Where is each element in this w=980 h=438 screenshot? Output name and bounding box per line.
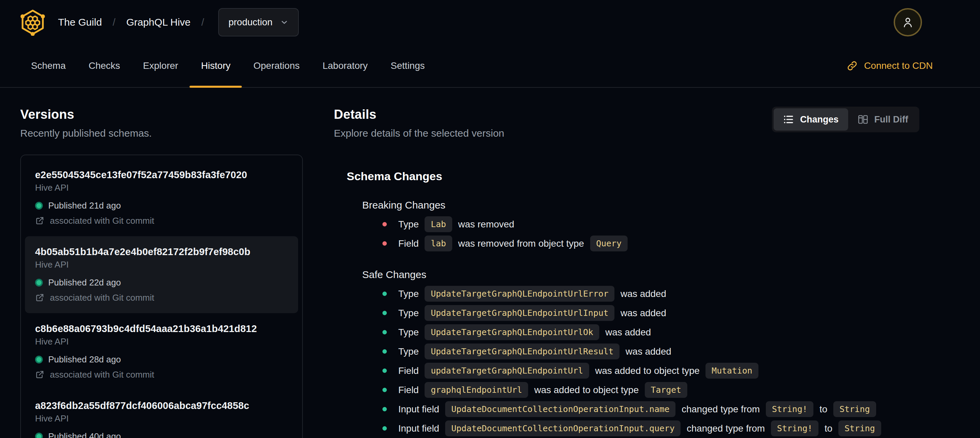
published-status-dot — [35, 356, 43, 363]
full-diff-view-button[interactable]: Full Diff — [848, 108, 918, 131]
app-header: The Guild / GraphQL Hive / production Sc… — [0, 0, 980, 88]
change-text: was added — [603, 327, 651, 338]
hive-logo-icon — [20, 9, 45, 36]
change-description: Type Lab was removed — [398, 216, 514, 232]
breadcrumb-separator: / — [113, 16, 115, 28]
active-tab-indicator — [189, 86, 242, 88]
target-selector-value: production — [228, 17, 272, 28]
published-label: Published 40d ago — [48, 431, 121, 438]
connect-to-cdn-link[interactable]: Connect to CDN — [846, 45, 933, 87]
external-link-icon — [35, 293, 45, 303]
version-commit-hash: e2e55045345ce13fe07f52a77459b83fa3fe7020 — [35, 169, 288, 181]
change-bullet-dot — [382, 241, 387, 246]
change-bullet-dot — [382, 388, 387, 392]
schema-change-item: Input field UpdateDocumentCollectionOper… — [382, 400, 960, 419]
nav-tab[interactable]: Checks — [77, 45, 132, 87]
version-list-item[interactable]: e2e55045345ce13fe07f52a77459b83fa3fe7020… — [25, 159, 298, 236]
change-description: Input field UpdateDocumentCollectionOper… — [398, 401, 880, 417]
changes-view-button[interactable]: Changes — [773, 108, 848, 131]
version-list-item[interactable]: 4b05ab51b1b4a7e2e4b0ef82172f2b9f7ef98c0b… — [25, 236, 298, 313]
change-text: Field — [398, 365, 421, 376]
versions-title: Versions — [20, 107, 303, 122]
schema-change-item: Type UpdateTargetGraphQLEndpointUrlResul… — [382, 342, 960, 361]
change-text: Field — [398, 385, 421, 395]
git-commit-link[interactable]: associated with Git commit — [35, 215, 288, 226]
change-description: Type UpdateTargetGraphQLEndpointUrlInput… — [398, 305, 667, 321]
nav-tab[interactable]: Operations — [242, 45, 311, 87]
top-bar: The Guild / GraphQL Hive / production — [0, 0, 980, 45]
change-text: changed type from — [679, 404, 762, 415]
schema-coordinate-badge: String — [833, 401, 876, 417]
version-list-item[interactable]: a823f6db2a55df877dcf406006abca97fcc4858c… — [25, 390, 298, 438]
breadcrumb-org[interactable]: The Guild — [58, 16, 102, 28]
change-text: was added — [623, 346, 671, 357]
change-text: Type — [398, 308, 421, 319]
nav-tab-label: Schema — [31, 61, 66, 71]
nav-tab[interactable]: History — [189, 45, 242, 87]
change-bullet-dot — [382, 426, 387, 430]
nav-tab-label: Settings — [390, 61, 425, 71]
main-content: Versions Recently published schemas. e2e… — [0, 88, 980, 438]
change-bullet-dot — [382, 222, 387, 226]
change-description: Type UpdateTargetGraphQLEndpointUrlOk wa… — [398, 324, 651, 340]
change-text: was removed from object type — [456, 238, 587, 249]
schema-coordinate-badge: String — [838, 420, 881, 436]
published-label: Published 21d ago — [48, 200, 121, 211]
nav-tab[interactable]: Settings — [379, 45, 436, 87]
graphql-hive-app: The Guild / GraphQL Hive / production Sc… — [0, 0, 980, 438]
details-panel: Details Explore details of the selected … — [334, 107, 960, 438]
change-text: was added — [618, 288, 666, 299]
git-commit-link[interactable]: associated with Git commit — [35, 292, 288, 303]
nav-tab[interactable]: Schema — [19, 45, 77, 87]
git-commit-link[interactable]: associated with Git commit — [35, 369, 288, 380]
external-link-icon — [35, 216, 45, 225]
schema-coordinate-badge: Target — [645, 382, 687, 398]
primary-nav-bar: Schema Checks Explorer History Operation… — [0, 45, 980, 88]
version-commit-hash: a823f6db2a55df877dcf406006abca97fcc4858c — [35, 400, 288, 412]
schema-change-item: Type UpdateTargetGraphQLEndpointUrlError… — [382, 284, 960, 303]
changes-view-label: Changes — [800, 115, 838, 125]
breadcrumb-project[interactable]: GraphQL Hive — [126, 16, 191, 28]
change-bullet-dot — [382, 349, 387, 354]
schema-change-item: Field updateTargetGraphQLEndpointUrl was… — [382, 361, 960, 380]
version-publish-status: Published 40d ago — [35, 431, 288, 438]
schema-coordinate-badge: Query — [590, 236, 628, 252]
schema-change-item: Field lab was removed from object type Q… — [382, 234, 960, 253]
nav-tab[interactable]: Explorer — [132, 45, 189, 87]
details-heading-block: Details Explore details of the selected … — [334, 107, 504, 140]
user-icon — [901, 16, 915, 29]
version-publish-status: Published 22d ago — [35, 277, 288, 288]
breadcrumb-separator: / — [201, 16, 204, 28]
nav-tab[interactable]: Laboratory — [311, 45, 379, 87]
schema-coordinate-badge: UpdateTargetGraphQLEndpointUrlResult — [425, 344, 619, 359]
user-avatar-button[interactable] — [894, 8, 922, 37]
target-selector-dropdown[interactable]: production — [218, 8, 299, 37]
versions-panel: Versions Recently published schemas. e2e… — [20, 107, 303, 438]
safe-changes-subsection: Safe Changes Type UpdateTargetGraphQLEnd… — [362, 268, 960, 438]
change-text: was added — [618, 308, 666, 319]
version-commit-hash: 4b05ab51b1b4a7e2e4b0ef82172f2b9f7ef98c0b — [35, 246, 288, 258]
change-text: was added to object type — [531, 385, 641, 395]
schema-coordinate-badge: UpdateTargetGraphQLEndpointUrlInput — [425, 305, 614, 321]
schema-changes-section: Schema Changes Breaking Changes Type Lab… — [334, 169, 960, 438]
details-subtitle: Explore details of the selected version — [334, 127, 504, 140]
schema-coordinate-badge: Lab — [425, 216, 452, 232]
change-description: Field lab was removed from object type Q… — [398, 236, 631, 252]
schema-coordinate-badge: Mutation — [705, 363, 758, 379]
breaking-changes-list: Type Lab was removed Field lab was remov… — [362, 215, 960, 253]
git-commit-label: associated with Git commit — [50, 292, 154, 303]
connect-to-cdn-label: Connect to CDN — [864, 61, 933, 71]
change-description: Type UpdateTargetGraphQLEndpointUrlResul… — [398, 344, 671, 359]
change-text: was removed — [456, 219, 514, 230]
version-service-name: Hive API — [35, 182, 288, 193]
published-status-dot — [35, 279, 43, 287]
version-list-item[interactable]: c8b6e88a06793b9c4dfd54aaa21b36a1b421d812… — [25, 313, 298, 390]
change-text: Input field — [398, 423, 442, 434]
version-list: e2e55045345ce13fe07f52a77459b83fa3fe7020… — [20, 154, 303, 438]
change-description: Field graphqlEndpointUrl was added to ob… — [398, 382, 690, 398]
version-service-name: Hive API — [35, 259, 288, 270]
change-text: Type — [398, 288, 421, 299]
version-service-name: Hive API — [35, 336, 288, 347]
full-diff-view-label: Full Diff — [875, 115, 908, 125]
change-description: Field updateTargetGraphQLEndpointUrl was… — [398, 363, 762, 379]
